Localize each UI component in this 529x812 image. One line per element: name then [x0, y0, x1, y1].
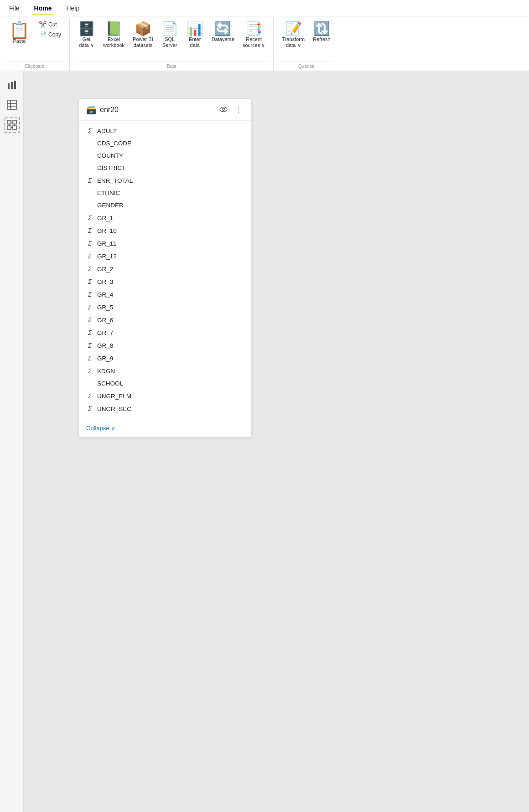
field-name: UNGR_ELM [97, 393, 131, 400]
get-data-icon: 🗄️ [78, 22, 95, 36]
field-name: GR_3 [97, 278, 113, 285]
field-sigma: Σ [86, 127, 93, 134]
table-card-name: enr20 [100, 106, 214, 114]
dataverse-label: Dataverse [212, 36, 234, 42]
svg-point-15 [220, 107, 227, 112]
field-name: CDS_CODE [97, 140, 131, 147]
svg-rect-7 [7, 120, 11, 124]
ribbon-group-clipboard: 📋 Paste ✂️ Cut 📄 Copy Clipboard [0, 18, 70, 71]
sql-server-button[interactable]: 📄 SQLServer [159, 20, 181, 50]
field-item[interactable]: ΣGR_12 [79, 250, 251, 262]
refresh-icon: 🔃 [313, 22, 330, 36]
menu-file[interactable]: File [7, 2, 21, 15]
get-data-button[interactable]: 🗄️ Getdata ∨ [75, 20, 98, 50]
power-bi-datasets-button[interactable]: 📦 Power BIdatasets [130, 20, 156, 50]
recent-sources-button[interactable]: 📑 Recentsources ∨ [240, 20, 268, 50]
svg-rect-9 [7, 126, 11, 129]
field-name: ETHNIC [97, 190, 120, 196]
card-footer: Collapse ∧ [79, 419, 251, 437]
field-sigma: Σ [86, 405, 93, 412]
transform-data-button[interactable]: 📝 Transformdata ∨ [279, 20, 307, 50]
field-item[interactable]: ΣGR_1 [79, 211, 251, 224]
field-name: GR_9 [97, 355, 113, 362]
enter-data-button[interactable]: 📊 Enterdata [184, 20, 206, 50]
visibility-icon[interactable] [218, 105, 229, 115]
field-name: GR_5 [97, 304, 113, 311]
field-sigma: Σ [86, 227, 93, 234]
field-item[interactable]: ΣUNGR_ELM [79, 390, 251, 402]
clipboard-items: 📋 Paste ✂️ Cut 📄 Copy [5, 20, 64, 62]
field-name: GR_8 [97, 342, 113, 349]
field-name: GR_6 [97, 317, 113, 324]
field-item[interactable]: ΣGR_8 [79, 339, 251, 352]
field-name: ADULT [97, 128, 117, 134]
ribbon: 📋 Paste ✂️ Cut 📄 Copy Clipboard 🗄️ Get [0, 16, 529, 71]
field-item[interactable]: ETHNIC [79, 187, 251, 199]
paste-button[interactable]: 📋 Paste [5, 20, 33, 46]
field-item[interactable]: DISTRICT [79, 162, 251, 174]
field-name: GR_1 [97, 215, 113, 221]
main-content: 🗃️ enr20 ⋮ ΣADULTCDS_CODECOUNTYDISTRICTΣ… [24, 71, 529, 812]
more-options-icon[interactable]: ⋮ [233, 104, 244, 115]
field-sigma: Σ [86, 329, 93, 336]
field-item[interactable]: ΣKDGN [79, 365, 251, 377]
field-item[interactable]: ΣUNGR_SEC [79, 402, 251, 415]
field-item[interactable]: ΣGR_3 [79, 275, 251, 288]
field-sigma: Σ [86, 252, 93, 260]
menu-help[interactable]: Help [64, 2, 81, 15]
enter-data-label: Enterdata [189, 36, 201, 48]
model-icon [7, 120, 17, 130]
ribbon-group-queries: 📝 Transformdata ∨ 🔃 Refresh Queries [274, 18, 338, 71]
table-icon [7, 100, 17, 110]
refresh-button[interactable]: 🔃 Refresh [310, 20, 333, 44]
field-item[interactable]: ΣGR_11 [79, 237, 251, 250]
menu-home[interactable]: Home [32, 2, 54, 15]
field-name: GR_11 [97, 240, 117, 247]
dataverse-icon: 🔄 [214, 22, 231, 36]
field-item[interactable]: ΣGR_10 [79, 224, 251, 237]
sql-icon: 📄 [161, 22, 178, 36]
cut-icon: ✂️ [39, 21, 47, 28]
field-item[interactable]: ΣGR_2 [79, 262, 251, 275]
recent-label: Recentsources ∨ [243, 36, 265, 48]
field-item[interactable]: ΣADULT [79, 124, 251, 137]
field-item[interactable]: COUNTY [79, 149, 251, 162]
clipboard-group-label: Clipboard [5, 62, 64, 71]
field-item[interactable]: ΣGR_4 [79, 288, 251, 301]
field-list: ΣADULTCDS_CODECOUNTYDISTRICTΣENR_TOTALET… [79, 121, 251, 419]
field-item[interactable]: GENDER [79, 199, 251, 211]
sql-label: SQLServer [162, 36, 177, 48]
collapse-button[interactable]: Collapse ∧ [86, 425, 244, 432]
copy-button[interactable]: 📄 Copy [36, 30, 64, 39]
collapse-label: Collapse [86, 425, 109, 432]
dataverse-button[interactable]: 🔄 Dataverse [209, 20, 237, 44]
queries-group-label: Queries [279, 62, 333, 71]
field-item[interactable]: ΣGR_6 [79, 313, 251, 326]
field-name: UNGR_SEC [97, 406, 131, 412]
field-sigma: Σ [86, 342, 93, 349]
field-item[interactable]: ΣGR_7 [79, 326, 251, 339]
recent-icon: 📑 [245, 22, 262, 36]
svg-rect-8 [13, 120, 16, 124]
field-item[interactable]: ΣGR_5 [79, 301, 251, 313]
field-sigma: Σ [86, 316, 93, 324]
app-body: 🗃️ enr20 ⋮ ΣADULTCDS_CODECOUNTYDISTRICTΣ… [0, 71, 529, 812]
field-item[interactable]: ΣGR_9 [79, 352, 251, 365]
field-sigma: Σ [86, 392, 93, 400]
sidebar-icon-report[interactable] [4, 77, 20, 93]
field-item[interactable]: SCHOOL [79, 377, 251, 390]
enter-data-icon: 📊 [187, 22, 203, 36]
transform-icon: 📝 [285, 22, 302, 36]
field-name: SCHOOL [97, 380, 123, 387]
field-sigma: Σ [86, 265, 93, 272]
field-name: GR_7 [97, 329, 113, 336]
svg-rect-10 [13, 126, 16, 129]
power-bi-icon: 📦 [135, 22, 151, 36]
field-item[interactable]: CDS_CODE [79, 137, 251, 149]
field-item[interactable]: ΣENR_TOTAL [79, 174, 251, 187]
cut-button[interactable]: ✂️ Cut [36, 20, 64, 29]
excel-workbook-button[interactable]: 📗 Excelworkbook [100, 20, 127, 50]
sidebar-icon-model[interactable] [4, 117, 20, 133]
sidebar-icon-table[interactable] [4, 97, 20, 113]
power-bi-label: Power BIdatasets [133, 36, 153, 48]
